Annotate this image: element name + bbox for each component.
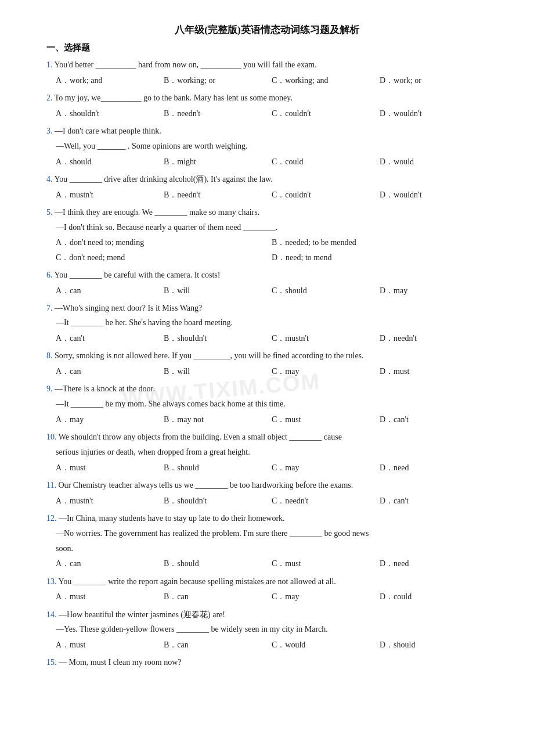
option: D．work; or xyxy=(380,73,488,88)
question-number: 5. xyxy=(46,208,55,217)
question-text: — Mom, must I clean my room now? xyxy=(59,658,182,667)
question-line: 9. —There is a knock at the door. xyxy=(46,382,488,396)
option: C．would xyxy=(272,638,380,652)
question-block: 9. —There is a knock at the door.—It ___… xyxy=(46,382,488,427)
option: B．working; or xyxy=(164,73,272,88)
question-line: 11. Our Chemistry teacher always tells u… xyxy=(46,478,488,492)
question-block: 7. —Who's singing next door? Is it Miss … xyxy=(46,301,488,346)
question-line: 6. You ________ be careful with the came… xyxy=(46,268,488,282)
option: B．shouldn't xyxy=(164,331,272,345)
question-line: 14. —How beautiful the winter jasmines (… xyxy=(46,608,488,622)
option: A．can't xyxy=(56,331,164,345)
option: A．must xyxy=(56,589,164,604)
question-block: 12. —In China, many students have to sta… xyxy=(46,512,488,571)
question-block: 6. You ________ be careful with the came… xyxy=(46,268,488,298)
option: D．must xyxy=(380,364,488,379)
option: C．may xyxy=(272,364,380,379)
section-title: 一、选择题 xyxy=(46,42,488,53)
question-block: 15. — Mom, must I clean my room now? xyxy=(46,656,488,669)
question-block: 11. Our Chemistry teacher always tells u… xyxy=(46,478,488,508)
question-text: You'd better __________ hard from now on… xyxy=(54,60,316,69)
option: A．may xyxy=(56,412,164,427)
option: A．work; and xyxy=(56,73,164,88)
question-block: 10. We shouldn't throw any objects from … xyxy=(46,430,488,475)
question-line: soon. xyxy=(46,542,488,556)
option: D．can't xyxy=(380,412,488,427)
question-number: 2. xyxy=(46,93,55,102)
option: B．might xyxy=(164,154,272,169)
options-row: A．canB．shouldC．mustD．need xyxy=(46,556,488,571)
question-line: 7. —Who's singing next door? Is it Miss … xyxy=(46,301,488,315)
option: C．don't need; mend xyxy=(56,250,272,265)
question-block: 1. You'd better __________ hard from now… xyxy=(46,58,488,88)
question-number: 15. xyxy=(46,658,59,667)
option: B．shouldn't xyxy=(164,494,272,508)
options-row: A．shouldn'tB．needn'tC．couldn'tD．wouldn't xyxy=(46,106,488,121)
option: A．can xyxy=(56,283,164,298)
option: C．may xyxy=(272,589,380,604)
question-number: 3. xyxy=(46,127,55,135)
question-number: 11. xyxy=(46,481,58,489)
question-number: 4. xyxy=(46,175,54,183)
question-line: serious injuries or death, when dropped … xyxy=(46,445,488,459)
option: A．mustn't xyxy=(56,494,164,508)
option: D．should xyxy=(380,638,488,652)
question-text: soon. xyxy=(56,544,73,553)
option: C．must xyxy=(272,412,380,427)
question-text: We shouldn't throw any objects from the … xyxy=(59,433,342,441)
options-row: A．canB．willC．shouldD．may xyxy=(46,283,488,298)
question-text: —No worries. The government has realized… xyxy=(56,529,369,538)
option: C．must xyxy=(272,556,380,571)
option: B．will xyxy=(164,283,272,298)
question-line: 4. You ________ drive after drinking alc… xyxy=(46,172,488,186)
option: C．should xyxy=(272,283,380,298)
question-line: —It ________ be my mom. She always comes… xyxy=(46,397,488,411)
option: D．wouldn't xyxy=(380,106,488,121)
option: D．can't xyxy=(380,494,488,508)
question-number: 10. xyxy=(46,433,59,441)
options-row: A．don't need to; mendingB．needed; to be … xyxy=(46,235,488,264)
question-text: You ________ drive after drinking alcoho… xyxy=(54,175,272,183)
options-row: A．mayB．may notC．mustD．can't xyxy=(46,412,488,427)
question-block: 13. You ________ write the report again … xyxy=(46,575,488,604)
question-line: —I don't think so. Because nearly a quar… xyxy=(46,221,488,235)
question-text: —I think they are enough. We ________ ma… xyxy=(55,208,259,217)
question-text: —I don't care what people think. xyxy=(55,127,161,135)
question-line: 13. You ________ write the report again … xyxy=(46,575,488,589)
question-text: You ________ write the report again beca… xyxy=(58,577,335,586)
option: C．couldn't xyxy=(272,106,380,121)
question-line: —Yes. These golden-yellow flowers ______… xyxy=(46,622,488,636)
question-text: —It ________ be my mom. She always comes… xyxy=(56,399,286,408)
option: D．need; to mend xyxy=(272,250,488,265)
option: C．may xyxy=(272,460,380,475)
question-number: 8. xyxy=(46,351,55,360)
option: B．needn't xyxy=(164,188,272,202)
question-line: 3. —I don't care what people think. xyxy=(46,124,488,138)
options-row: A．mustB．canC．mayD．could xyxy=(46,589,488,604)
option: D．would xyxy=(380,154,488,169)
question-text: —In China, many students have to stay up… xyxy=(59,514,285,523)
options-row: A．mustB．canC．wouldD．should xyxy=(46,638,488,652)
question-text: —It ________ be her. She's having the bo… xyxy=(56,318,233,327)
question-number: 13. xyxy=(46,577,58,586)
option: A．must xyxy=(56,638,164,652)
question-line: —It ________ be her. She's having the bo… xyxy=(46,316,488,330)
question-text: serious injuries or death, when dropped … xyxy=(56,448,250,456)
option: B．needn't xyxy=(164,106,272,121)
option: A．should xyxy=(56,154,164,169)
question-number: 6. xyxy=(46,271,54,279)
question-text: You ________ be careful with the camera.… xyxy=(54,271,220,279)
question-block: 8. Sorry, smoking is not allowed here. I… xyxy=(46,349,488,379)
question-line: —No worries. The government has realized… xyxy=(46,527,488,541)
option: B．can xyxy=(164,638,272,652)
option: B．should xyxy=(164,556,272,571)
options-row: A．mustB．shouldC．mayD．need xyxy=(46,460,488,475)
option: D．need xyxy=(380,556,488,571)
option: B．may not xyxy=(164,412,272,427)
option: C．mustn't xyxy=(272,331,380,345)
question-number: 14. xyxy=(46,610,59,619)
options-row: A．can'tB．shouldn'tC．mustn'tD．needn't xyxy=(46,331,488,345)
option: C．needn't xyxy=(272,494,380,508)
option: D．needn't xyxy=(380,331,488,345)
question-text: —Well, you _______ . Some opinions are w… xyxy=(56,142,248,150)
